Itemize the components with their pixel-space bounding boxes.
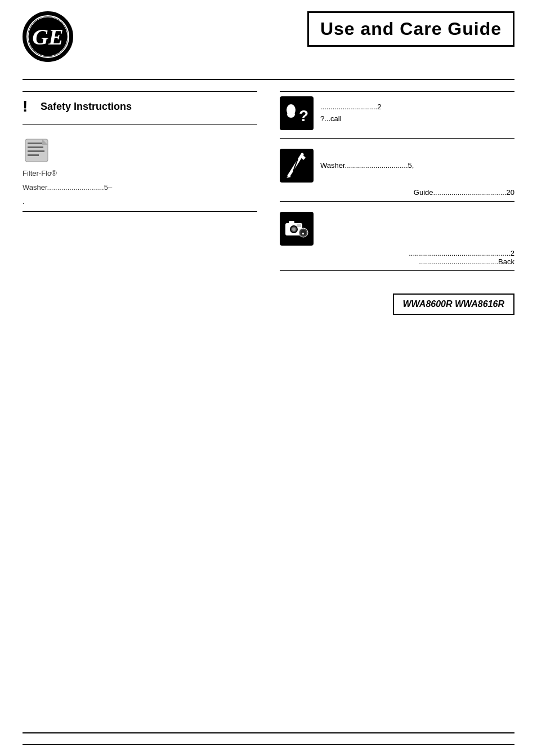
question-header: ? ............................2 ?...call (280, 96, 514, 130)
filter-flo-section: Filter-Flo® Washer......................… (23, 131, 257, 212)
svg-point-12 (287, 111, 295, 118)
ge-logo: GE (23, 11, 73, 62)
page-title: Use and Care Guide (320, 19, 502, 39)
content-grid: ! Safety Instructions (23, 91, 514, 315)
svg-rect-8 (28, 154, 39, 156)
camera-header: ● (280, 212, 514, 246)
camera-section: ● ......................................… (280, 207, 514, 271)
safety-header: ! Safety Instructions (23, 97, 257, 115)
question-content: ............................2 ?...call (320, 101, 381, 125)
header: GE Use and Care Guide (23, 11, 514, 62)
wrench-icon (280, 149, 314, 183)
question-icon-box: ? (280, 96, 314, 130)
svg-rect-7 (28, 150, 44, 152)
safety-title: Safety Instructions (41, 101, 132, 113)
filter-flo-text: Filter-Flo® (23, 168, 257, 179)
wrench-content: Washer...............................5, (320, 160, 414, 172)
safety-section: ! Safety Instructions (23, 91, 257, 125)
filter-flo-header (23, 136, 257, 164)
svg-rect-24 (289, 221, 294, 224)
exclamation-icon: ! (23, 97, 34, 115)
wrench-header: Washer...............................5, (280, 149, 514, 183)
svg-text:●: ● (302, 231, 305, 236)
question-dotted-ref: ............................2 (320, 101, 381, 113)
left-column: ! Safety Instructions (23, 91, 257, 315)
camera-icon: ● (280, 212, 314, 246)
right-column: ? ............................2 ?...call (280, 91, 514, 315)
model-numbers: WWA8600R WWA8616R (403, 299, 505, 309)
washer-ref-left: Washer............................5– (23, 182, 257, 193)
svg-text:?: ? (299, 107, 308, 124)
guide-ref: Guide...................................… (280, 186, 514, 197)
svg-rect-6 (28, 146, 43, 148)
svg-text:GE: GE (32, 24, 64, 50)
question-section: ? ............................2 ?...call (280, 91, 514, 139)
model-number-box: WWA8600R WWA8616R (393, 293, 515, 315)
page: GE Use and Care Guide ! Safety Instructi… (0, 0, 537, 756)
bottom-divider2 (23, 744, 514, 745)
svg-rect-25 (297, 224, 301, 227)
camera-ref2: .......................................B… (280, 257, 514, 266)
top-divider (23, 79, 514, 80)
bottom-divider (23, 732, 514, 733)
title-box: Use and Care Guide (307, 11, 514, 47)
svg-point-23 (292, 228, 296, 231)
filter-flo-label: Filter-Flo® (23, 169, 57, 177)
question-call-text: ?...call (320, 113, 381, 125)
wrench-section: Washer...............................5, … (280, 144, 514, 202)
washer-ref-right: Washer...............................5, (320, 160, 414, 172)
ge-logo-circle: GE (23, 11, 73, 62)
camera-ref1: ........................................… (280, 249, 514, 257)
filter-flo-dot-text: . (23, 197, 257, 206)
notes-icon (23, 136, 51, 164)
